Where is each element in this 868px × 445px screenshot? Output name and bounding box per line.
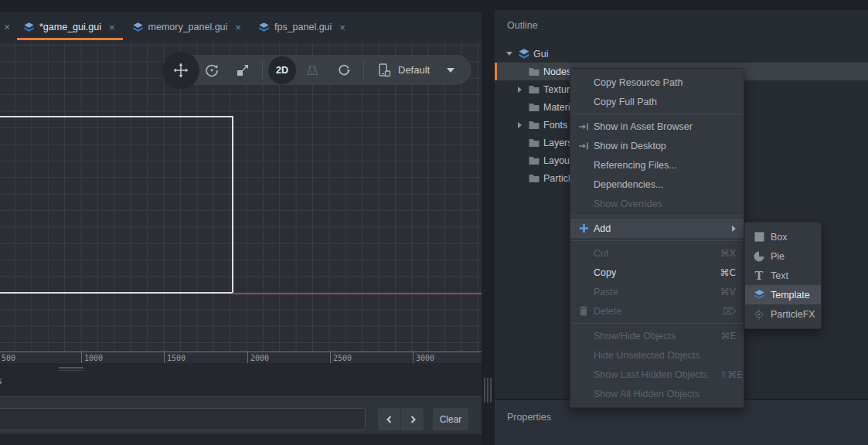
folder-icon <box>528 119 540 131</box>
rotate-tool-button[interactable] <box>198 55 226 85</box>
gui-scene-icon <box>518 48 530 60</box>
gui-bounds-rect <box>0 116 233 294</box>
submenu-item-box[interactable]: Box <box>745 227 821 246</box>
layout-dropdown[interactable]: Default <box>398 55 430 85</box>
close-icon[interactable]: × <box>109 22 115 33</box>
context-menu: Copy Resource Path Copy Full Path Show i… <box>570 68 744 408</box>
frustum-icon <box>305 63 319 77</box>
menu-separator <box>571 216 743 216</box>
submenu-arrow-icon <box>732 226 736 232</box>
menu-item-show-last-hidden-objects: Show Last Hidden Objects ⇧⌘E <box>570 365 744 384</box>
submenu-item-label: Text <box>771 270 788 281</box>
x-axis-line <box>232 293 482 294</box>
particlefx-icon <box>754 309 764 320</box>
refresh-button[interactable] <box>330 55 358 85</box>
2d-mode-button[interactable]: 2D <box>268 55 296 85</box>
submenu-item-particlefx[interactable]: ParticleFX <box>745 304 821 324</box>
layout-device-button[interactable] <box>370 55 398 85</box>
bottom-panel-header: s <box>0 363 482 396</box>
menu-item-copy-resource-path[interactable]: Copy Resource Path <box>570 73 744 92</box>
console-toolbar: Clear <box>0 396 482 434</box>
tree-item-gui[interactable]: Gui <box>495 45 868 63</box>
chevron-right-icon[interactable] <box>518 122 522 128</box>
move-tool-button[interactable] <box>167 55 195 85</box>
bottom-strip <box>0 434 482 445</box>
clear-button[interactable]: Clear <box>433 408 468 430</box>
ruler-tick: 1500 <box>164 352 186 364</box>
menu-item-add[interactable]: Add <box>570 219 744 238</box>
tree-item-label: Nodes <box>543 66 571 77</box>
submenu-item-text[interactable]: T Text <box>745 266 821 285</box>
menu-separator <box>571 240 743 241</box>
menu-separator <box>571 323 743 324</box>
menu-item-cut: Cut ⌘X <box>570 243 744 263</box>
ruler-tick: 1000 <box>81 352 103 364</box>
submenu-item-template[interactable]: Template <box>745 285 821 304</box>
tab-game-gui[interactable]: *game_gui.gui × <box>17 12 123 42</box>
tree-item-label: Gui <box>533 49 548 59</box>
box-icon <box>754 232 764 242</box>
frustum-culling-button[interactable] <box>298 55 326 85</box>
chevron-right-icon[interactable] <box>518 87 522 93</box>
menu-item-delete: Delete ⌦ <box>570 301 744 321</box>
menu-item-referencing-files[interactable]: Referencing Files... <box>570 155 744 175</box>
gui-scene-icon <box>258 22 270 33</box>
close-icon[interactable]: × <box>2 12 12 42</box>
menu-item-show-in-desktop[interactable]: Show in Desktop <box>570 136 744 155</box>
folder-icon <box>528 172 540 185</box>
active-tab-underline <box>17 38 123 40</box>
rotate-tool-icon <box>205 63 219 77</box>
menu-item-show-in-asset-browser[interactable]: Show in Asset Browser <box>570 117 744 136</box>
toolbar-divider <box>262 61 263 79</box>
clear-button-label: Clear <box>440 414 462 425</box>
submenu-item-pie[interactable]: Pie <box>745 246 821 266</box>
tab-memory-panel[interactable]: memory_panel.gui × <box>126 12 249 42</box>
plus-icon <box>579 223 589 233</box>
ruler-tick: 3000 <box>413 352 434 364</box>
gui-scene-icon <box>23 22 35 33</box>
truncated-panel-label: s <box>0 375 5 386</box>
menu-item-show-hide-objects: Show/Hide Objects ⌘E <box>570 326 744 345</box>
gui-scene-icon <box>132 22 144 33</box>
submenu-item-label: Template <box>771 290 810 301</box>
menu-item-paste: Paste ⌘V <box>570 282 744 301</box>
ruler-tick: 500 <box>0 352 15 364</box>
chevron-down-icon[interactable] <box>447 68 454 73</box>
folder-icon <box>528 83 540 96</box>
scale-tool-button[interactable] <box>229 55 257 85</box>
tab-label: fps_panel.gui <box>274 22 332 32</box>
scene-viewport[interactable]: 2D <box>0 42 482 352</box>
trash-icon <box>579 306 588 316</box>
prev-match-button[interactable] <box>378 408 400 430</box>
tab-label: memory_panel.gui <box>148 22 228 32</box>
layout-dropdown-value: Default <box>398 64 430 76</box>
tab-fps-panel[interactable]: fps_panel.gui × <box>252 12 353 42</box>
next-match-button[interactable] <box>401 408 424 430</box>
editor-window: × *game_gui.gui × memory_panel.gui × <box>0 0 868 445</box>
jump-to-icon <box>578 141 589 151</box>
menu-item-show-overrides: Show Overrides <box>570 194 744 213</box>
menu-item-hide-unselected-objects: Hide Unselected Objects <box>570 345 744 365</box>
console-search-input[interactable] <box>0 408 366 430</box>
menu-item-copy[interactable]: Copy ⌘C <box>570 263 744 282</box>
close-icon[interactable]: × <box>235 22 241 33</box>
horizontal-ruler: 500 1000 1500 2000 2500 3000 <box>0 352 482 363</box>
pie-icon <box>754 251 764 262</box>
device-icon <box>376 63 392 78</box>
menu-separator <box>571 114 743 114</box>
tree-item-label: Layers <box>543 138 573 148</box>
chevron-down-icon[interactable] <box>506 52 512 56</box>
refresh-icon <box>337 63 351 77</box>
2d-mode-label: 2D <box>276 65 288 76</box>
menu-item-dependencies[interactable]: Dependencies... <box>570 175 744 194</box>
panel-splitter-handle[interactable] <box>484 378 492 403</box>
add-submenu: Box Pie T Text Template <box>744 222 822 329</box>
template-icon <box>754 289 765 301</box>
menu-item-copy-full-path[interactable]: Copy Full Path <box>570 92 744 111</box>
submenu-item-label: Box <box>771 232 788 243</box>
ruler-tick: 2500 <box>330 352 352 364</box>
tab-label: *game_gui.gui <box>39 22 101 32</box>
close-icon[interactable]: × <box>339 22 345 33</box>
tree-item-label: Fonts <box>543 120 567 131</box>
panel-drag-handle[interactable] <box>59 367 83 372</box>
